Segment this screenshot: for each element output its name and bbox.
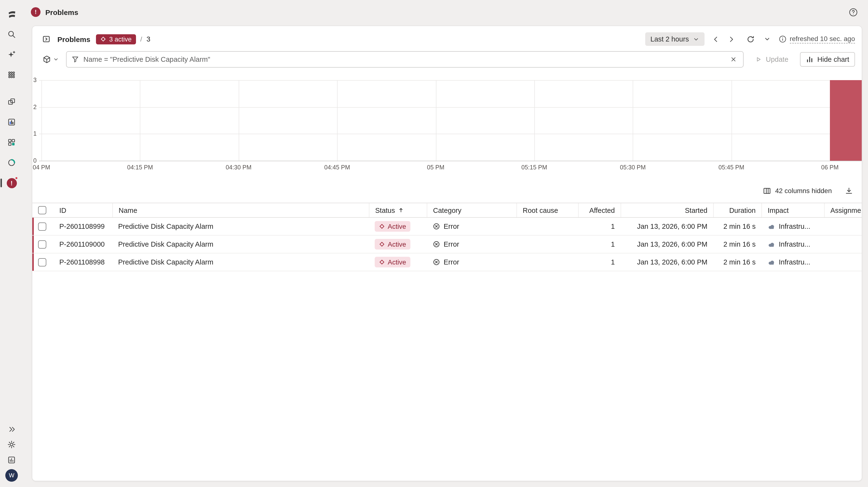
clear-filter-icon[interactable]	[728, 54, 739, 65]
time-range-selector[interactable]: Last 2 hours	[645, 32, 705, 46]
active-problems-badge[interactable]: 3 active	[96, 34, 136, 44]
cell-assignee	[824, 253, 862, 271]
info-icon	[779, 35, 786, 43]
open-panel-icon[interactable]	[39, 32, 54, 46]
row-checkbox[interactable]	[38, 222, 46, 230]
search-icon[interactable]	[3, 26, 20, 42]
header-root-cause[interactable]: Root cause	[517, 203, 578, 217]
chart-gridline	[436, 80, 436, 161]
top-app-bar: ! Problems	[23, 0, 868, 24]
select-all-checkbox[interactable]	[38, 206, 46, 214]
chart-gridline	[337, 80, 338, 161]
chart-gridline	[41, 80, 42, 161]
cell-status: Active	[369, 218, 427, 235]
header-category[interactable]: Category	[427, 203, 517, 217]
toolbar-actions: Last 2 hours	[645, 32, 855, 46]
cell-id: P-2601108998	[54, 253, 112, 271]
app-launcher-icon[interactable]	[3, 66, 20, 83]
chevron-right-icon	[728, 35, 735, 43]
row-checkbox-cell	[32, 235, 54, 253]
refresh-options-button[interactable]	[760, 32, 774, 46]
extensions-app-icon[interactable]	[3, 134, 20, 151]
x-axis-tick-label: 04 PM	[33, 164, 50, 171]
cell-affected: 1	[578, 253, 621, 271]
cell-affected: 1	[578, 235, 621, 253]
filter-query-input[interactable]	[84, 56, 728, 63]
problems-timeline-chart[interactable]: 012304 PM04:15 PM04:30 PM04:45 PM05 PM05…	[39, 80, 862, 173]
breadcrumb-row: Problems 3 active / 3 Last 2 hours	[32, 26, 862, 50]
chart-gridline	[731, 80, 732, 161]
problems-app-icon[interactable]: !	[3, 175, 20, 191]
infrastructure-cloud-icon	[767, 258, 775, 266]
update-button[interactable]: Update	[749, 53, 794, 66]
filter-scope-button[interactable]	[39, 52, 62, 66]
refresh-icon	[746, 35, 755, 43]
expand-sidebar-icon[interactable]	[4, 422, 19, 436]
app-sidebar: ! W	[0, 0, 23, 487]
header-impact[interactable]: Impact	[762, 203, 824, 217]
time-back-button[interactable]	[709, 32, 723, 46]
chart-plot-area: 012304 PM04:15 PM04:30 PM04:45 PM05 PM05…	[39, 80, 862, 161]
chart-gridline	[39, 80, 862, 81]
ai-assistant-icon[interactable]	[3, 46, 20, 63]
filter-funnel-icon	[71, 56, 79, 63]
page-title: Problems	[57, 35, 90, 43]
download-icon[interactable]	[842, 184, 855, 197]
cell-started: Jan 13, 2026, 6:00 PM	[621, 235, 713, 253]
problem-diamond-icon	[379, 241, 385, 247]
problems-app-icon-header: !	[31, 7, 40, 17]
error-circle-icon	[433, 240, 440, 248]
sidebar-bottom-group: W	[4, 421, 19, 483]
table-row[interactable]: P-2601108998 Predictive Disk Capacity Al…	[32, 253, 862, 271]
kubernetes-app-icon[interactable]	[3, 154, 20, 171]
header-id[interactable]: ID	[54, 203, 112, 217]
refresh-button[interactable]	[744, 32, 757, 46]
y-axis-tick-label: 0	[33, 157, 37, 164]
x-axis-tick-label: 05:15 PM	[521, 164, 547, 171]
columns-hidden-button[interactable]: 42 columns hidden	[763, 187, 832, 195]
cell-duration: 2 min 16 s	[713, 253, 762, 271]
user-avatar[interactable]: W	[4, 468, 19, 483]
total-count: 3	[147, 35, 151, 43]
header-status[interactable]: Status	[369, 203, 427, 217]
row-checkbox-cell	[32, 253, 54, 271]
row-checkbox[interactable]	[38, 240, 46, 248]
breadcrumb-separator: /	[140, 35, 142, 43]
cube-icon	[42, 55, 51, 64]
cell-root-cause	[517, 218, 578, 235]
row-checkbox[interactable]	[38, 258, 46, 266]
usage-chart-icon[interactable]	[4, 453, 19, 467]
problems-bar[interactable]	[830, 80, 862, 161]
dynatrace-logo-icon[interactable]	[3, 6, 20, 22]
help-icon[interactable]	[846, 5, 860, 19]
settings-gear-icon[interactable]	[4, 437, 19, 452]
header-assignee[interactable]: Assignme...	[824, 203, 862, 217]
header-name[interactable]: Name	[112, 203, 369, 217]
header-affected[interactable]: Affected	[578, 203, 621, 217]
table-row[interactable]: P-2601108999 Predictive Disk Capacity Al…	[32, 218, 862, 235]
header-started[interactable]: Started	[621, 203, 713, 217]
chart-gridline	[239, 80, 239, 161]
services-app-icon[interactable]	[3, 114, 20, 130]
table-row[interactable]: P-2601109000 Predictive Disk Capacity Al…	[32, 235, 862, 253]
time-forward-button[interactable]	[724, 32, 738, 46]
avatar-initial: W	[5, 469, 18, 482]
cell-started: Jan 13, 2026, 6:00 PM	[621, 218, 713, 235]
refreshed-status[interactable]: refreshed 10 sec. ago	[779, 35, 855, 44]
hide-chart-button[interactable]: Hide chart	[800, 52, 855, 66]
header-duration[interactable]: Duration	[713, 203, 762, 217]
columns-icon	[763, 187, 771, 195]
cell-root-cause	[517, 235, 578, 253]
select-all-checkbox-cell	[32, 203, 54, 217]
x-axis-tick-label: 05 PM	[427, 164, 444, 171]
chevron-left-icon	[712, 35, 719, 43]
cell-affected: 1	[578, 218, 621, 235]
clouds-app-icon[interactable]	[3, 94, 20, 110]
table-header-row: ID Name Status Category Root cause Affec…	[32, 203, 862, 218]
error-circle-icon	[433, 223, 440, 230]
cell-root-cause	[517, 253, 578, 271]
infrastructure-cloud-icon	[767, 222, 775, 230]
table-controls: 42 columns hidden	[32, 184, 855, 197]
cell-category: Error	[427, 218, 517, 235]
cell-assignee	[824, 218, 862, 235]
